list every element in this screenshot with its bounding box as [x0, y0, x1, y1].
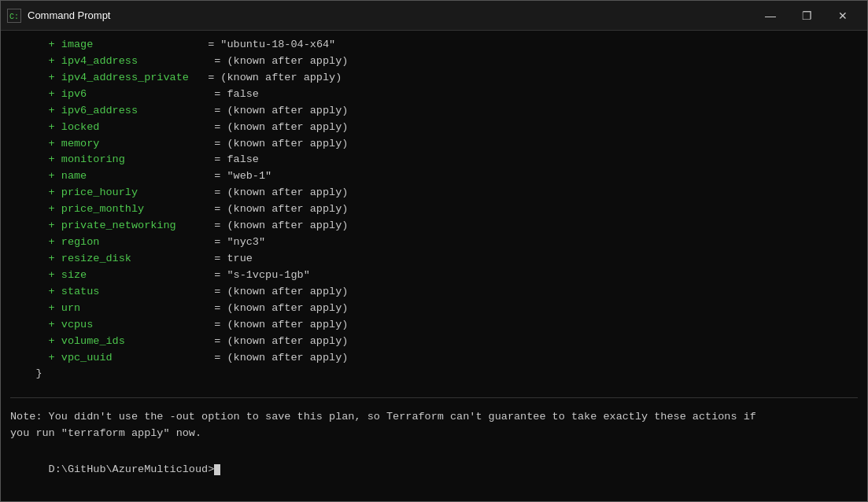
line-region: + region = "nyc3" — [10, 234, 858, 251]
line-urn: + urn = (known after apply) — [10, 301, 858, 317]
line-vpc-uuid: + vpc_uuid = (known after apply) — [10, 350, 858, 367]
window-controls: — ❐ ✕ — [752, 1, 861, 31]
window-title: Command Prompt — [28, 9, 110, 21]
window: C: Command Prompt — ❐ ✕ + image = "ubunt… — [0, 0, 868, 502]
cursor — [214, 464, 220, 475]
line-image: + image = "ubuntu-18-04-x64" — [10, 37, 858, 54]
line-price-hourly: + price_hourly = (known after apply) — [10, 185, 858, 201]
terminal-content: + image = "ubuntu-18-04-x64" + ipv4_addr… — [1, 31, 867, 501]
line-ipv6: + ipv6 = false — [10, 87, 858, 103]
line-private-networking: + private_networking = (known after appl… — [10, 218, 858, 234]
title-bar: C: Command Prompt — ❐ ✕ — [1, 1, 867, 31]
section-divider — [10, 397, 858, 398]
line-volume-ids: + volume_ids = (known after apply) — [10, 334, 858, 350]
line-ipv4-private: + ipv4_address_private = (known after ap… — [10, 70, 858, 87]
line-memory: + memory = (known after apply) — [10, 136, 858, 153]
line-resize-disk: + resize_disk = true — [10, 251, 858, 268]
prompt-text: D:\GitHub\AzureMulticloud> — [49, 463, 215, 475]
minimize-button[interactable]: — — [752, 1, 789, 31]
line-size: + size = "s-1vcpu-1gb" — [10, 268, 858, 284]
cmd-icon: C: — [7, 9, 21, 23]
output-area: + image = "ubuntu-18-04-x64" + ipv4_addr… — [10, 37, 858, 389]
close-button[interactable]: ✕ — [825, 1, 861, 31]
line-closing-brace: } — [10, 366, 858, 382]
note-section: Note: You didn't use the -out option to … — [10, 406, 858, 442]
note-line-2: you run "terraform apply" now. — [10, 426, 858, 442]
svg-text:C:: C: — [9, 13, 19, 21]
line-name: + name = "web-1" — [10, 168, 858, 185]
prompt-line: D:\GitHub\AzureMulticloud> — [10, 445, 858, 495]
note-line-1: Note: You didn't use the -out option to … — [10, 409, 858, 426]
title-bar-left: C: Command Prompt — [7, 9, 110, 23]
line-vcpus: + vcpus = (known after apply) — [10, 317, 858, 334]
line-blank — [10, 382, 858, 389]
line-ipv6-address: + ipv6_address = (known after apply) — [10, 103, 858, 120]
line-status: + status = (known after apply) — [10, 284, 858, 301]
line-price-monthly: + price_monthly = (known after apply) — [10, 201, 858, 218]
restore-button[interactable]: ❐ — [789, 1, 825, 31]
line-monitoring: + monitoring = false — [10, 152, 858, 168]
line-locked: + locked = (known after apply) — [10, 120, 858, 136]
line-ipv4: + ipv4_address = (known after apply) — [10, 54, 858, 70]
